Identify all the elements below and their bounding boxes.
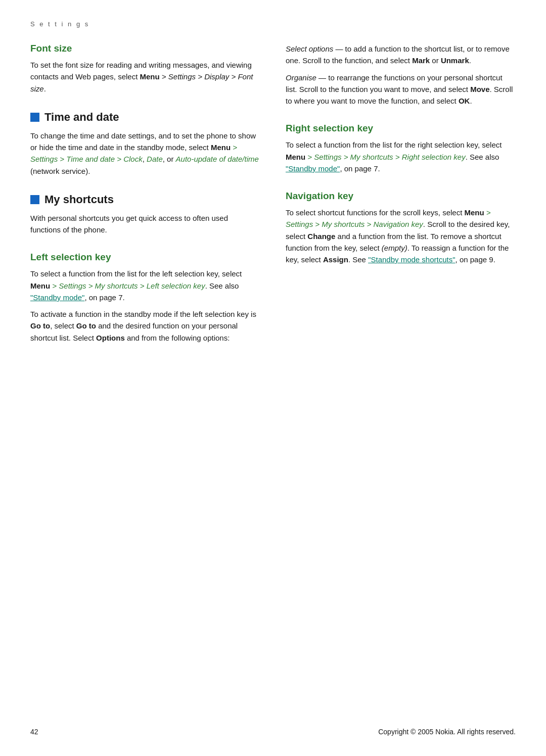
organise-body: Organise — to rearrange the functions on… xyxy=(286,72,516,107)
my-shortcuts-icon xyxy=(30,195,39,204)
font-size-menu: Menu xyxy=(140,72,160,81)
font-size-period: . xyxy=(44,84,46,93)
my-shortcuts-section: My shortcuts With personal shortcuts you… xyxy=(30,193,260,236)
select-options-body: Select options — to add a function to th… xyxy=(286,43,516,67)
my-shortcuts-title-text: My shortcuts xyxy=(44,193,114,206)
time-date-section: Time and date To change the time and dat… xyxy=(30,111,260,177)
left-sel-key-title: Left selection key xyxy=(30,252,260,263)
footer-copyright: Copyright © 2005 Nokia. All rights reser… xyxy=(378,728,516,736)
right-sel-key-section: Right selection key To select a function… xyxy=(286,123,516,174)
time-date-icon xyxy=(30,113,39,122)
time-date-title-text: Time and date xyxy=(44,111,119,124)
page-header: S e t t i n g s xyxy=(30,20,516,28)
left-sel-key-section: Left selection key To select a function … xyxy=(30,252,260,344)
time-date-body: To change the time and date settings, an… xyxy=(30,130,260,177)
page-footer: 42 Copyright © 2005 Nokia. All rights re… xyxy=(30,728,516,736)
font-size-section: Font size To set the font size for readi… xyxy=(30,43,260,94)
right-sel-key-title: Right selection key xyxy=(286,123,516,134)
time-date-title: Time and date xyxy=(30,111,260,124)
nav-key-section: Navigation key To select shortcut functi… xyxy=(286,191,516,265)
nav-key-title: Navigation key xyxy=(286,191,516,202)
right-column: Select options — to add a function to th… xyxy=(286,43,516,360)
left-column: Font size To set the font size for readi… xyxy=(30,43,260,360)
my-shortcuts-title: My shortcuts xyxy=(30,193,260,206)
page: S e t t i n g s Font size To set the fon… xyxy=(0,0,546,756)
two-col-layout: Font size To set the font size for readi… xyxy=(30,43,516,360)
select-options-section: Select options — to add a function to th… xyxy=(286,43,516,107)
left-sel-key-para1: To select a function from the list for t… xyxy=(30,268,260,303)
left-sel-key-para2: To activate a function in the standby mo… xyxy=(30,308,260,344)
font-size-body: To set the font size for reading and wri… xyxy=(30,59,260,94)
font-size-title: Font size xyxy=(30,43,260,54)
my-shortcuts-body: With personal shortcuts you get quick ac… xyxy=(30,212,260,236)
right-sel-key-body: To select a function from the list for t… xyxy=(286,139,516,174)
nav-key-body: To select shortcut functions for the scr… xyxy=(286,207,516,265)
footer-page-num: 42 xyxy=(30,728,38,736)
